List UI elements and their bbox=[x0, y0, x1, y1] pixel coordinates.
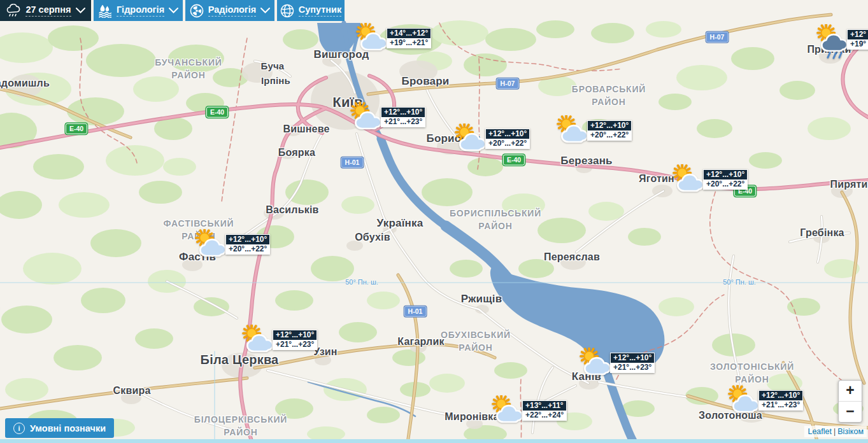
temp-top-row: +14°...+12° bbox=[387, 29, 430, 38]
temp-top-row: +12°...+10° bbox=[611, 353, 654, 363]
temp-top-row: +12°...+10° bbox=[226, 235, 269, 244]
chevron-down-icon bbox=[169, 8, 178, 13]
city-label: Ржищів bbox=[461, 293, 502, 306]
date-label: 27 серпня bbox=[25, 4, 71, 17]
temp-bottom-row: +20°...+22° bbox=[486, 139, 529, 148]
vizicom-link[interactable]: Візіком bbox=[837, 427, 864, 436]
city-label: Українка bbox=[377, 217, 423, 230]
sun-cloud-icon bbox=[555, 115, 592, 151]
temp-bottom-row: +21°...+23° bbox=[273, 340, 317, 349]
road-shield: Н-01 bbox=[341, 157, 364, 168]
rain-drops-icon bbox=[828, 52, 842, 58]
temp-top-row: +12°...+10° bbox=[486, 129, 529, 139]
weather-map-app: БУЧАНСЬКИЙ РАЙОНБРОВАРСЬКИЙ РАЙОНФАСТІВС… bbox=[0, 0, 868, 443]
sun-cloud-icon bbox=[240, 325, 277, 360]
sun-cloud-icon bbox=[354, 23, 391, 59]
temp-top-row: +12°...+10° bbox=[273, 330, 317, 340]
sun-cloud-icon bbox=[453, 123, 490, 159]
temp-top-row: +12°...+10° bbox=[588, 121, 631, 130]
temperature-label: +14°...+12° +19°...+21° bbox=[387, 28, 431, 48]
temp-bottom-row: +21°...+23° bbox=[611, 363, 654, 372]
latitude-label: 50° Пн. ш. bbox=[345, 278, 378, 286]
radiology-icon bbox=[190, 4, 204, 18]
temperature-label: +12°...+10° +20°...+22° bbox=[225, 234, 270, 255]
sun-cloud-icon bbox=[348, 102, 385, 137]
city-label: Буча bbox=[261, 60, 285, 71]
city-label: Кагарлик bbox=[397, 336, 444, 348]
radiology-layer-button[interactable]: Радіологія bbox=[185, 0, 274, 21]
sun-cloud-icon bbox=[815, 24, 851, 60]
zoom-in-button[interactable]: + bbox=[839, 381, 862, 401]
temp-bottom-row: +19° bbox=[848, 39, 868, 49]
attribution-separator: | bbox=[832, 427, 837, 436]
road-shield: Н-07 bbox=[497, 78, 519, 89]
info-icon: i bbox=[13, 423, 25, 434]
road-shield: Е-40 bbox=[66, 123, 87, 134]
sun-cloud-icon bbox=[671, 164, 708, 200]
district-label: БУЧАНСЬКИЙ РАЙОН bbox=[155, 56, 222, 82]
temp-top-row: +12°...+10° bbox=[704, 170, 747, 179]
weather-cloud-icon bbox=[6, 4, 21, 17]
radiology-label: Радіологія bbox=[208, 4, 257, 17]
map-attribution: Leaflet|Візіком bbox=[804, 426, 867, 437]
satellite-label: Супутник bbox=[299, 4, 342, 17]
satellite-layer-button[interactable]: Супутник bbox=[277, 0, 345, 21]
sun-cloud-icon bbox=[578, 348, 615, 383]
temp-top-row: +12° bbox=[848, 30, 868, 39]
date-selector-button[interactable]: 27 серпня bbox=[0, 0, 91, 21]
chevron-down-icon bbox=[76, 8, 85, 13]
road-shield: Н-07 bbox=[706, 32, 729, 43]
temp-bottom-row: +19°...+21° bbox=[387, 38, 430, 48]
road-shield: Е-40 bbox=[206, 107, 228, 118]
city-label: Переяслав bbox=[544, 251, 600, 263]
chevron-down-icon bbox=[260, 8, 270, 13]
temp-bottom-row: +21°...+23° bbox=[759, 400, 802, 410]
temperature-label: +12°...+10° +21°...+23° bbox=[273, 330, 317, 350]
city-label: Боярка bbox=[278, 147, 315, 158]
temp-bottom-row: +20°...+22° bbox=[588, 130, 631, 140]
hydrology-layer-button[interactable]: Гідрологія bbox=[94, 0, 183, 21]
city-label: Радомишль bbox=[0, 78, 50, 89]
bottom-strip bbox=[0, 439, 868, 443]
satellite-globe-icon bbox=[280, 4, 294, 18]
sun-cloud-icon bbox=[193, 229, 230, 265]
temp-bottom-row: +20°...+22° bbox=[704, 179, 747, 189]
temperature-label: +12° +19° bbox=[847, 29, 868, 50]
latitude-label: 50° Пн. ш. bbox=[723, 278, 756, 286]
district-label: БОРИСПІЛЬСЬКИЙ РАЙОН bbox=[450, 207, 541, 233]
city-label: Гребінка bbox=[800, 227, 844, 239]
city-label: Ірпінь bbox=[261, 75, 290, 86]
road-shield: Е-40 bbox=[503, 155, 525, 165]
temperature-label: +12°...+10° +21°...+23° bbox=[610, 353, 655, 373]
temp-top-row: +12°...+10° bbox=[759, 391, 802, 400]
city-label: Яготин bbox=[639, 173, 674, 185]
zoom-control: + − bbox=[838, 380, 862, 423]
temp-bottom-row: +20°...+22° bbox=[226, 244, 269, 254]
temp-top-row: +13°...+11° bbox=[523, 401, 566, 411]
leaflet-link[interactable]: Leaflet bbox=[808, 427, 832, 436]
temperature-label: +12°...+10° +20°...+22° bbox=[703, 169, 748, 190]
hydrology-icon bbox=[98, 4, 112, 18]
temperature-label: +12°...+10° +21°...+23° bbox=[758, 390, 803, 411]
legend-button-label: Умовні позначки bbox=[30, 423, 106, 433]
temp-bottom-row: +22°...+24° bbox=[523, 411, 566, 420]
temp-bottom-row: +21°...+23° bbox=[381, 117, 425, 127]
city-label: Березань bbox=[560, 155, 613, 167]
road-shield: Н-01 bbox=[404, 306, 427, 317]
sun-cloud-icon bbox=[490, 395, 527, 431]
temp-top-row: +12°...+10° bbox=[381, 108, 425, 117]
temperature-label: +12°...+10° +20°...+22° bbox=[587, 120, 632, 141]
city-label: Вишневе bbox=[283, 123, 329, 135]
legend-button[interactable]: i Умовні позначки bbox=[5, 418, 114, 438]
temperature-label: +12°...+10° +21°...+23° bbox=[381, 107, 425, 127]
city-label: Васильків bbox=[266, 204, 318, 216]
city-label: Обухів bbox=[355, 232, 390, 243]
sun-cloud-icon bbox=[726, 385, 763, 421]
district-label: БІЛОЦЕРКІВСЬКИЙ РАЙОН bbox=[194, 413, 287, 439]
city-label: Сквира bbox=[113, 385, 150, 397]
temperature-label: +13°...+11° +22°...+24° bbox=[522, 400, 567, 421]
district-label: ЗОЛОТОНІСЬКИЙ РАЙОН bbox=[710, 360, 794, 386]
hydrology-label: Гідрологія bbox=[117, 4, 164, 17]
zoom-out-button[interactable]: − bbox=[839, 401, 862, 422]
district-label: ОБУХІВСЬКИЙ РАЙОН bbox=[441, 328, 511, 355]
